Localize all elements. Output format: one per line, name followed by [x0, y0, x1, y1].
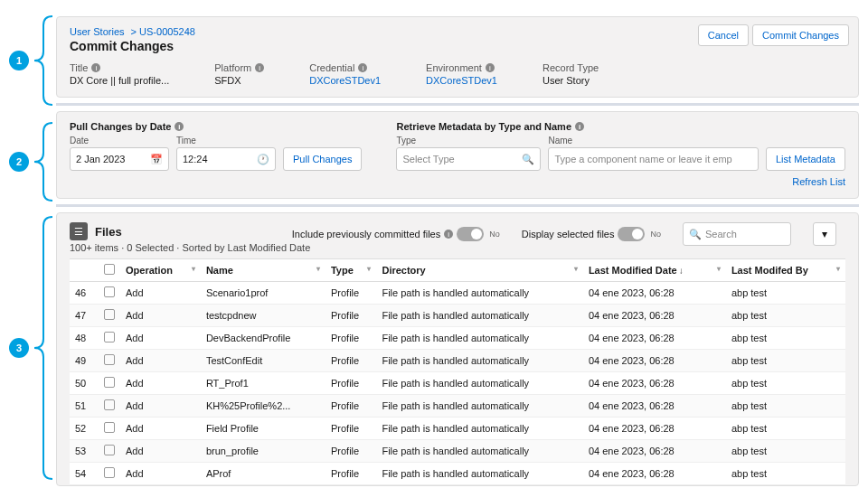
table-row[interactable]: 53Addbrun_profileProfileFile path is han… — [70, 440, 845, 463]
table-row[interactable]: 46AddScenario1profProfileFile path is ha… — [70, 282, 845, 305]
time-input[interactable]: 12:24🕐 — [176, 147, 276, 171]
callout-1: 1 — [0, 16, 54, 105]
row-checkbox[interactable] — [104, 422, 115, 433]
table-row[interactable]: 47AddtestcpdnewProfileFile path is handl… — [70, 305, 845, 327]
field-title: Titlei DX Core || full profile... — [70, 62, 169, 86]
callout-2: 2 — [0, 123, 54, 201]
refresh-list-link[interactable]: Refresh List — [396, 176, 845, 187]
files-search[interactable]: 🔍Search — [683, 222, 791, 246]
row-checkbox[interactable] — [104, 445, 115, 455]
table-row[interactable]: 54AddAProfProfileFile path is handled au… — [70, 463, 845, 485]
include-toggle-label: Include previously committed filesiNo — [292, 227, 500, 241]
field-platform: Platformi SFDX — [214, 62, 264, 86]
row-checkbox[interactable] — [104, 309, 115, 320]
header-panel: User Stories > US-0005248 Commit Changes… — [56, 16, 859, 98]
credential-link[interactable]: DXCoreSTDev1 — [309, 75, 381, 86]
filter-panel: Pull Changes by Datei Date 2 Jan 2023📅 T… — [56, 111, 859, 199]
files-panel: ☰ Files 100+ items · 0 Selected · Sorted… — [56, 212, 859, 486]
row-checkbox[interactable] — [104, 332, 115, 343]
info-icon: i — [175, 122, 184, 131]
info-icon: i — [255, 63, 264, 72]
files-title: Files — [95, 225, 122, 239]
table-row[interactable]: 50AddRT_Prof1ProfileFile path is handled… — [70, 372, 845, 395]
filter-button[interactable]: ▾ — [813, 222, 836, 246]
breadcrumb-root[interactable]: User Stories — [70, 26, 125, 37]
retrieve-title: Retrieve Metadata by Type and Namei — [396, 121, 845, 132]
commit-button[interactable]: Commit Changes — [752, 24, 849, 46]
col-directory[interactable]: Directory▾ — [376, 259, 582, 282]
divider — [56, 204, 859, 207]
cancel-button[interactable]: Cancel — [698, 24, 749, 46]
filter-icon: ▾ — [822, 228, 827, 240]
info-icon: i — [575, 122, 584, 131]
files-icon: ☰ — [70, 222, 88, 240]
include-toggle[interactable] — [457, 227, 484, 241]
row-checkbox[interactable] — [104, 377, 115, 388]
divider — [56, 103, 859, 106]
date-input[interactable]: 2 Jan 2023📅 — [70, 147, 169, 171]
display-toggle[interactable] — [618, 227, 645, 241]
pull-title: Pull Changes by Datei — [70, 121, 362, 132]
row-checkbox[interactable] — [104, 467, 115, 478]
display-toggle-label: Display selected filesNo — [522, 227, 661, 241]
table-row[interactable]: 52AddField ProfileProfileFile path is ha… — [70, 418, 845, 440]
search-icon: 🔍 — [522, 154, 534, 165]
col-operation[interactable]: Operation▾ — [120, 259, 201, 282]
field-credential: Credentiali DXCoreSTDev1 — [309, 62, 381, 86]
select-all-checkbox[interactable] — [104, 264, 115, 275]
row-checkbox[interactable] — [104, 354, 115, 365]
col-last-modified-by[interactable]: Last Modifed By▾ — [726, 259, 845, 282]
table-row[interactable]: 48AddDevBackendProfileProfileFile path i… — [70, 327, 845, 350]
row-checkbox[interactable] — [104, 399, 115, 410]
info-icon: i — [91, 63, 100, 72]
table-row[interactable]: 51AddKH%25Profile%2...ProfileFile path i… — [70, 395, 845, 418]
calendar-icon: 📅 — [150, 154, 163, 165]
pull-changes-button[interactable]: Pull Changes — [283, 147, 362, 171]
field-environment: Environmenti DXCoreSTDev1 — [426, 62, 497, 86]
clock-icon: 🕐 — [257, 154, 269, 165]
environment-link[interactable]: DXCoreSTDev1 — [426, 75, 497, 86]
callout-3: 3 — [0, 217, 54, 479]
col-type[interactable]: Type▾ — [326, 259, 376, 282]
list-metadata-button[interactable]: List Metadata — [766, 147, 845, 171]
info-icon: i — [358, 63, 367, 72]
info-icon: i — [444, 230, 453, 239]
sort-desc-icon: ↓ — [679, 266, 684, 276]
row-checkbox[interactable] — [104, 286, 115, 297]
type-select[interactable]: Select Type🔍 — [396, 147, 541, 171]
info-icon: i — [486, 63, 495, 72]
col-last-modified-date[interactable]: Last Modified Date↓▾ — [583, 259, 726, 282]
field-record-type: Record Type User Story — [542, 62, 599, 86]
files-table: Operation▾ Name▾ Type▾ Directory▾ Last M… — [70, 258, 845, 485]
table-row[interactable]: 49AddTestConfEditProfileFile path is han… — [70, 350, 845, 372]
col-name[interactable]: Name▾ — [201, 259, 326, 282]
breadcrumb-id[interactable]: US-0005248 — [139, 26, 195, 37]
search-icon: 🔍 — [689, 229, 702, 240]
name-input[interactable]: Type a component name or leave it emp — [548, 147, 759, 171]
